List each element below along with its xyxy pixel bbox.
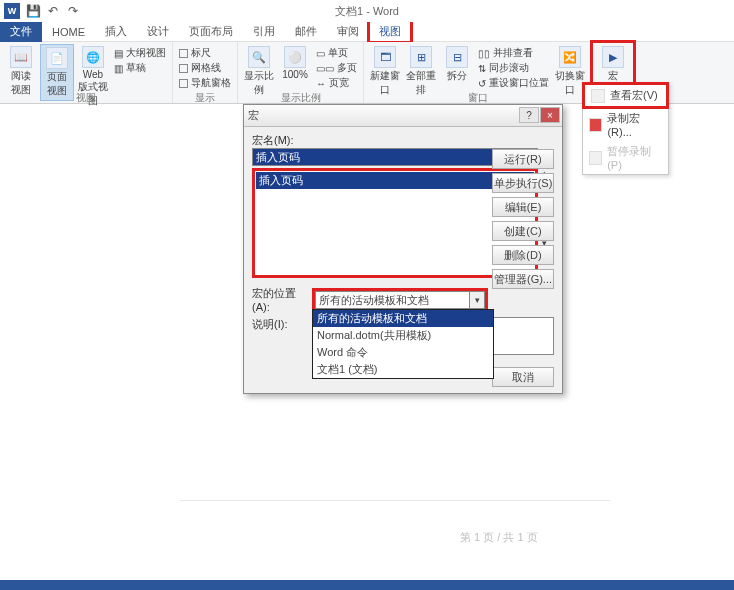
view-macros-item[interactable]: 查看宏(V) bbox=[582, 82, 669, 109]
word-icon: W bbox=[4, 3, 20, 19]
group-label-views: 视图 bbox=[76, 91, 96, 105]
group-label-window: 窗口 bbox=[468, 91, 488, 105]
tab-review[interactable]: 审阅 bbox=[327, 21, 369, 42]
nav-pane-checkbox[interactable]: 导航窗格 bbox=[179, 76, 231, 90]
macro-location-label: 宏的位置(A): bbox=[252, 286, 308, 313]
edit-button[interactable]: 编辑(E) bbox=[492, 197, 554, 217]
loc-option-word-cmd[interactable]: Word 命令 bbox=[313, 344, 493, 361]
quick-access-toolbar: W 💾 ↶ ↷ bbox=[0, 3, 80, 19]
macro-location-combo[interactable]: 所有的活动模板和文档 ▾ 所有的活动模板和文档 Normal.dotm(共用模板… bbox=[312, 288, 488, 312]
loc-option-all[interactable]: 所有的活动模板和文档 bbox=[313, 310, 493, 327]
macro-dialog: 宏 ? × 宏名(M): 插入页码 插入页码 ▴ ▾ 运行(R) 单步执行(S)… bbox=[243, 104, 563, 394]
pause-recording-item: 暂停录制(P) bbox=[583, 141, 668, 174]
sync-scroll-button[interactable]: ⇅同步滚动 bbox=[478, 61, 549, 75]
record-macro-item[interactable]: 录制宏(R)... bbox=[583, 108, 668, 141]
organizer-button[interactable]: 管理器(G)... bbox=[492, 269, 554, 289]
delete-button[interactable]: 删除(D) bbox=[492, 245, 554, 265]
gridlines-checkbox[interactable]: 网格线 bbox=[179, 61, 231, 75]
group-label-zoom: 显示比例 bbox=[281, 91, 321, 105]
macro-location-dropdown: 所有的活动模板和文档 Normal.dotm(共用模板) Word 命令 文档1… bbox=[312, 309, 494, 379]
redo-icon[interactable]: ↷ bbox=[66, 4, 80, 18]
group-views: 📖阅读 视图 📄页面视图 🌐Web 版式视图 ▤大纲视图 ▥草稿 视图 bbox=[0, 42, 173, 103]
page-indicator: 第 1 页 / 共 1 页 bbox=[460, 530, 538, 545]
tab-insert[interactable]: 插入 bbox=[95, 21, 137, 42]
run-button[interactable]: 运行(R) bbox=[492, 149, 554, 169]
tab-mail[interactable]: 邮件 bbox=[285, 21, 327, 42]
macro-location-value: 所有的活动模板和文档 bbox=[315, 291, 470, 309]
loc-option-normal[interactable]: Normal.dotm(共用模板) bbox=[313, 327, 493, 344]
read-view-button[interactable]: 📖阅读 视图 bbox=[4, 44, 38, 99]
document-title: 文档1 - Word bbox=[335, 4, 399, 19]
status-bar bbox=[0, 580, 734, 590]
create-button[interactable]: 创建(C) bbox=[492, 221, 554, 241]
page-view-button[interactable]: 📄页面视图 bbox=[40, 44, 74, 101]
group-label-show: 显示 bbox=[195, 91, 215, 105]
macros-dropdown-menu: 查看宏(V) 录制宏(R)... 暂停录制(P) bbox=[582, 82, 669, 175]
tab-home[interactable]: HOME bbox=[42, 23, 95, 41]
macro-name-label: 宏名(M): bbox=[252, 133, 554, 148]
read-icon: 📖 bbox=[10, 46, 32, 68]
tab-layout[interactable]: 页面布局 bbox=[179, 21, 243, 42]
loc-option-doc1[interactable]: 文档1 (文档) bbox=[313, 361, 493, 378]
step-button[interactable]: 单步执行(S) bbox=[492, 173, 554, 193]
web-icon: 🌐 bbox=[82, 46, 104, 68]
macro-icon: ▶ bbox=[602, 46, 624, 68]
ribbon-tabs: 文件 HOME 插入 设计 页面布局 引用 邮件 审阅 视图 bbox=[0, 22, 734, 42]
multi-page-button[interactable]: ▭▭多页 bbox=[316, 61, 357, 75]
arrange-icon: ⊞ bbox=[410, 46, 432, 68]
dialog-help-button[interactable]: ? bbox=[519, 107, 539, 123]
dialog-side-buttons: 运行(R) 单步执行(S) 编辑(E) 创建(C) 删除(D) 管理器(G)..… bbox=[492, 149, 554, 289]
chevron-down-icon[interactable]: ▾ bbox=[470, 291, 485, 309]
group-window: 🗔新建窗口 ⊞全部重排 ⊟拆分 ▯▯并排查看 ⇅同步滚动 ↺重设窗口位置 🔀切换… bbox=[364, 42, 592, 103]
cancel-button[interactable]: 取消 bbox=[492, 367, 554, 387]
description-label: 说明(I): bbox=[252, 317, 308, 355]
group-zoom: 🔍显示比例 ⚪100% ▭单页 ▭▭多页 ↔页宽 显示比例 bbox=[238, 42, 364, 103]
split-icon: ⊟ bbox=[446, 46, 468, 68]
outline-view-button[interactable]: ▤大纲视图 bbox=[114, 46, 166, 60]
zoom-icon: 🔍 bbox=[248, 46, 270, 68]
draft-view-button[interactable]: ▥草稿 bbox=[114, 61, 166, 75]
switch-icon: 🔀 bbox=[559, 46, 581, 68]
pause-icon bbox=[589, 151, 602, 165]
view-macros-icon bbox=[591, 89, 605, 103]
side-by-side-button[interactable]: ▯▯并排查看 bbox=[478, 46, 549, 60]
group-show: 标尺 网格线 导航窗格 显示 bbox=[173, 42, 238, 103]
save-icon[interactable]: 💾 bbox=[26, 4, 40, 18]
tab-references[interactable]: 引用 bbox=[243, 21, 285, 42]
new-window-button[interactable]: 🗔新建窗口 bbox=[368, 44, 402, 99]
ruler-checkbox[interactable]: 标尺 bbox=[179, 46, 231, 60]
reset-pos-button[interactable]: ↺重设窗口位置 bbox=[478, 76, 549, 90]
dialog-title-text: 宏 bbox=[248, 108, 259, 123]
tab-view[interactable]: 视图 bbox=[369, 21, 411, 42]
newwin-icon: 🗔 bbox=[374, 46, 396, 68]
split-button[interactable]: ⊟拆分 bbox=[440, 44, 474, 85]
dialog-close-button[interactable]: × bbox=[540, 107, 560, 123]
tab-design[interactable]: 设计 bbox=[137, 21, 179, 42]
undo-icon[interactable]: ↶ bbox=[46, 4, 60, 18]
p100-icon: ⚪ bbox=[284, 46, 306, 68]
dialog-titlebar[interactable]: 宏 ? × bbox=[244, 105, 562, 127]
page-edge bbox=[180, 500, 610, 540]
page-icon: 📄 bbox=[46, 47, 68, 69]
record-icon bbox=[589, 118, 602, 132]
title-bar: W 💾 ↶ ↷ 文档1 - Word bbox=[0, 0, 734, 22]
tab-file[interactable]: 文件 bbox=[0, 21, 42, 42]
one-page-button[interactable]: ▭单页 bbox=[316, 46, 357, 60]
zoom-100-button[interactable]: ⚪100% bbox=[278, 44, 312, 82]
page-width-button[interactable]: ↔页宽 bbox=[316, 76, 357, 90]
zoom-button[interactable]: 🔍显示比例 bbox=[242, 44, 276, 99]
arrange-all-button[interactable]: ⊞全部重排 bbox=[404, 44, 438, 99]
